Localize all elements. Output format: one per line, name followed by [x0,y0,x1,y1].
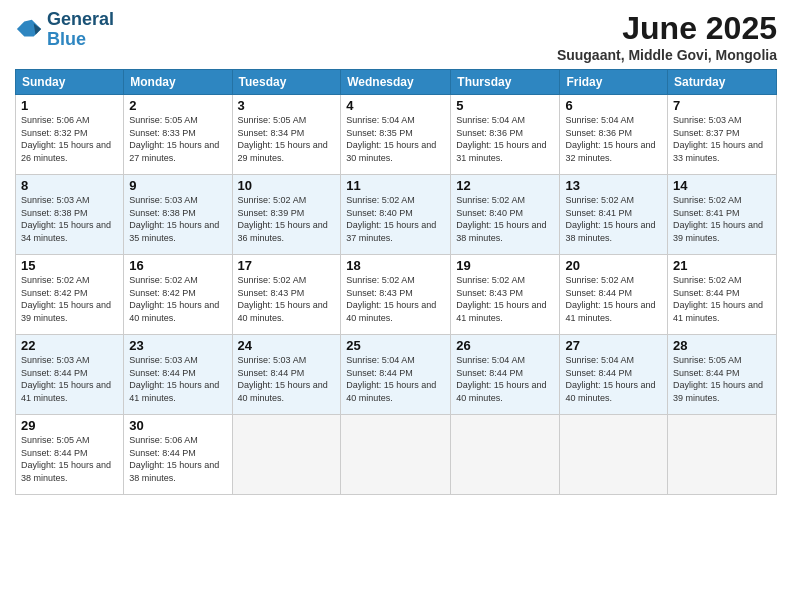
table-row: 4 Sunrise: 5:04 AM Sunset: 8:35 PM Dayli… [341,95,451,175]
table-row: 11 Sunrise: 5:02 AM Sunset: 8:40 PM Dayl… [341,175,451,255]
table-row: 13 Sunrise: 5:02 AM Sunset: 8:41 PM Dayl… [560,175,668,255]
table-row: 28 Sunrise: 5:05 AM Sunset: 8:44 PM Dayl… [668,335,777,415]
table-row: 7 Sunrise: 5:03 AM Sunset: 8:37 PM Dayli… [668,95,777,175]
table-row: 6 Sunrise: 5:04 AM Sunset: 8:36 PM Dayli… [560,95,668,175]
table-row [341,415,451,495]
day-number: 14 [673,178,771,193]
calendar-week-row: 8 Sunrise: 5:03 AM Sunset: 8:38 PM Dayli… [16,175,777,255]
day-info: Sunrise: 5:02 AM Sunset: 8:40 PM Dayligh… [346,194,445,244]
day-info: Sunrise: 5:02 AM Sunset: 8:41 PM Dayligh… [673,194,771,244]
day-info: Sunrise: 5:03 AM Sunset: 8:44 PM Dayligh… [129,354,226,404]
calendar-header-row: Sunday Monday Tuesday Wednesday Thursday… [16,70,777,95]
day-info: Sunrise: 5:05 AM Sunset: 8:34 PM Dayligh… [238,114,336,164]
day-number: 11 [346,178,445,193]
day-info: Sunrise: 5:04 AM Sunset: 8:44 PM Dayligh… [565,354,662,404]
logo-text: General Blue [47,10,114,50]
col-monday: Monday [124,70,232,95]
day-number: 29 [21,418,118,433]
day-number: 1 [21,98,118,113]
calendar-week-row: 22 Sunrise: 5:03 AM Sunset: 8:44 PM Dayl… [16,335,777,415]
col-friday: Friday [560,70,668,95]
day-number: 3 [238,98,336,113]
day-info: Sunrise: 5:04 AM Sunset: 8:36 PM Dayligh… [565,114,662,164]
table-row: 5 Sunrise: 5:04 AM Sunset: 8:36 PM Dayli… [451,95,560,175]
day-number: 19 [456,258,554,273]
day-number: 15 [21,258,118,273]
col-wednesday: Wednesday [341,70,451,95]
day-number: 26 [456,338,554,353]
day-info: Sunrise: 5:04 AM Sunset: 8:36 PM Dayligh… [456,114,554,164]
day-number: 16 [129,258,226,273]
day-number: 24 [238,338,336,353]
day-number: 18 [346,258,445,273]
calendar-table: Sunday Monday Tuesday Wednesday Thursday… [15,69,777,495]
table-row [451,415,560,495]
table-row: 25 Sunrise: 5:04 AM Sunset: 8:44 PM Dayl… [341,335,451,415]
day-info: Sunrise: 5:03 AM Sunset: 8:38 PM Dayligh… [129,194,226,244]
day-number: 2 [129,98,226,113]
day-info: Sunrise: 5:05 AM Sunset: 8:33 PM Dayligh… [129,114,226,164]
day-number: 6 [565,98,662,113]
day-info: Sunrise: 5:02 AM Sunset: 8:41 PM Dayligh… [565,194,662,244]
day-info: Sunrise: 5:02 AM Sunset: 8:39 PM Dayligh… [238,194,336,244]
day-number: 7 [673,98,771,113]
logo-icon [15,16,43,44]
table-row: 26 Sunrise: 5:04 AM Sunset: 8:44 PM Dayl… [451,335,560,415]
table-row: 16 Sunrise: 5:02 AM Sunset: 8:42 PM Dayl… [124,255,232,335]
day-number: 23 [129,338,226,353]
day-number: 9 [129,178,226,193]
day-info: Sunrise: 5:02 AM Sunset: 8:42 PM Dayligh… [129,274,226,324]
day-info: Sunrise: 5:03 AM Sunset: 8:37 PM Dayligh… [673,114,771,164]
month-title: June 2025 [557,10,777,47]
day-info: Sunrise: 5:02 AM Sunset: 8:40 PM Dayligh… [456,194,554,244]
day-info: Sunrise: 5:03 AM Sunset: 8:44 PM Dayligh… [21,354,118,404]
calendar-week-row: 29 Sunrise: 5:05 AM Sunset: 8:44 PM Dayl… [16,415,777,495]
table-row: 27 Sunrise: 5:04 AM Sunset: 8:44 PM Dayl… [560,335,668,415]
table-row: 9 Sunrise: 5:03 AM Sunset: 8:38 PM Dayli… [124,175,232,255]
day-info: Sunrise: 5:03 AM Sunset: 8:44 PM Dayligh… [238,354,336,404]
day-number: 10 [238,178,336,193]
day-info: Sunrise: 5:06 AM Sunset: 8:32 PM Dayligh… [21,114,118,164]
day-number: 21 [673,258,771,273]
day-info: Sunrise: 5:02 AM Sunset: 8:42 PM Dayligh… [21,274,118,324]
day-number: 28 [673,338,771,353]
table-row: 8 Sunrise: 5:03 AM Sunset: 8:38 PM Dayli… [16,175,124,255]
table-row [232,415,341,495]
table-row: 17 Sunrise: 5:02 AM Sunset: 8:43 PM Dayl… [232,255,341,335]
day-number: 5 [456,98,554,113]
day-number: 20 [565,258,662,273]
table-row: 15 Sunrise: 5:02 AM Sunset: 8:42 PM Dayl… [16,255,124,335]
day-number: 4 [346,98,445,113]
calendar-week-row: 15 Sunrise: 5:02 AM Sunset: 8:42 PM Dayl… [16,255,777,335]
table-row: 21 Sunrise: 5:02 AM Sunset: 8:44 PM Dayl… [668,255,777,335]
title-area: June 2025 Suugaant, Middle Govi, Mongoli… [557,10,777,63]
table-row: 18 Sunrise: 5:02 AM Sunset: 8:43 PM Dayl… [341,255,451,335]
col-tuesday: Tuesday [232,70,341,95]
logo-line1: General [47,10,114,30]
table-row: 2 Sunrise: 5:05 AM Sunset: 8:33 PM Dayli… [124,95,232,175]
day-info: Sunrise: 5:05 AM Sunset: 8:44 PM Dayligh… [673,354,771,404]
table-row: 12 Sunrise: 5:02 AM Sunset: 8:40 PM Dayl… [451,175,560,255]
table-row: 24 Sunrise: 5:03 AM Sunset: 8:44 PM Dayl… [232,335,341,415]
day-number: 13 [565,178,662,193]
day-info: Sunrise: 5:04 AM Sunset: 8:44 PM Dayligh… [456,354,554,404]
location-subtitle: Suugaant, Middle Govi, Mongolia [557,47,777,63]
day-number: 30 [129,418,226,433]
page: General Blue June 2025 Suugaant, Middle … [0,0,792,612]
table-row: 19 Sunrise: 5:02 AM Sunset: 8:43 PM Dayl… [451,255,560,335]
table-row: 23 Sunrise: 5:03 AM Sunset: 8:44 PM Dayl… [124,335,232,415]
col-thursday: Thursday [451,70,560,95]
day-info: Sunrise: 5:02 AM Sunset: 8:43 PM Dayligh… [346,274,445,324]
table-row: 1 Sunrise: 5:06 AM Sunset: 8:32 PM Dayli… [16,95,124,175]
table-row [560,415,668,495]
table-row: 20 Sunrise: 5:02 AM Sunset: 8:44 PM Dayl… [560,255,668,335]
day-info: Sunrise: 5:03 AM Sunset: 8:38 PM Dayligh… [21,194,118,244]
day-number: 22 [21,338,118,353]
day-number: 8 [21,178,118,193]
logo-line2: Blue [47,30,114,50]
day-info: Sunrise: 5:02 AM Sunset: 8:44 PM Dayligh… [565,274,662,324]
table-row: 30 Sunrise: 5:06 AM Sunset: 8:44 PM Dayl… [124,415,232,495]
day-info: Sunrise: 5:05 AM Sunset: 8:44 PM Dayligh… [21,434,118,484]
day-info: Sunrise: 5:04 AM Sunset: 8:44 PM Dayligh… [346,354,445,404]
col-sunday: Sunday [16,70,124,95]
